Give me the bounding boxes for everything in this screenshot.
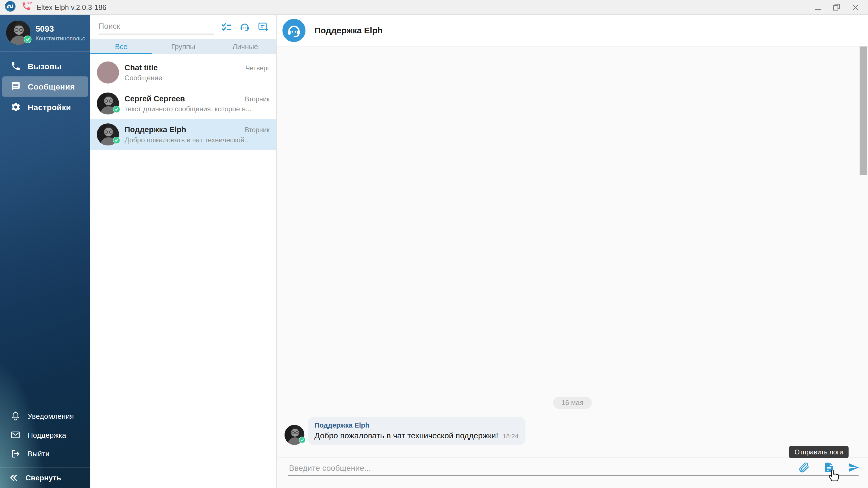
menu-item-label: Сообщения (28, 82, 75, 91)
date-separator: 16 мая (553, 397, 592, 409)
gear-icon (10, 102, 21, 113)
profile-avatar (6, 20, 31, 44)
chat-last-message: текст длинного сообщения, которое н... (125, 105, 270, 113)
online-badge-icon (113, 136, 120, 146)
elph-logo-icon (4, 0, 16, 14)
message-time: 18:24 (503, 433, 519, 440)
chat-list-panel: ВсеГруппыЛичные Chat titleЧетвергСообщен… (90, 15, 277, 488)
menu-item-label: Уведомления (28, 412, 74, 420)
conversation-panel: Поддержка Elph 16 мая Поддержка ElphДобр… (277, 15, 868, 488)
chat-last-message: Сообщение (125, 74, 270, 82)
message-sender-avatar (284, 425, 305, 445)
profile-block[interactable]: 5093 Константинопольск... (0, 15, 90, 52)
chat-list-item[interactable]: Сергей СергеевВторниктекст длинного сооб… (90, 88, 276, 119)
message-text: Добро пожаловать в чат технической подде… (314, 431, 498, 440)
attach-icon[interactable] (798, 461, 810, 473)
chat-title: Поддержка Elph (125, 125, 241, 134)
sidebar-item-Выйти[interactable]: Выйти (2, 444, 88, 463)
composer-underline (288, 475, 859, 476)
chat-list-item[interactable]: Поддержка ElphВторникДобро пожаловать в … (90, 119, 276, 150)
online-badge-icon (113, 105, 120, 115)
chat-filter-tabs: ВсеГруппыЛичные (90, 39, 276, 54)
message-area: 16 мая Поддержка ElphДобро пожаловать в … (277, 46, 868, 457)
checklist-icon[interactable] (221, 21, 232, 32)
app-window: SIP Eltex Elph v.2.0.3-186 (0, 0, 868, 488)
titlebar: SIP Eltex Elph v.2.0.3-186 (0, 0, 868, 15)
menu-item-label: Вызовы (28, 62, 62, 70)
minimize-button[interactable] (813, 2, 823, 12)
tab-Все[interactable]: Все (90, 39, 152, 54)
active-tab-indicator (90, 53, 152, 54)
online-badge-icon (24, 35, 31, 45)
profile-name: 5093 (35, 24, 85, 34)
new-chat-icon[interactable] (257, 21, 269, 32)
window-title: Eltex Elph v.2.0.3-186 (36, 3, 813, 11)
message-input[interactable] (288, 463, 777, 473)
scrollbar-thumb[interactable] (860, 46, 867, 175)
send-logs-icon[interactable] (823, 461, 835, 473)
sidebar: 5093 Константинопольск... ВызовыСообщени… (0, 15, 90, 488)
chat-time: Вторник (245, 95, 270, 103)
message-sender: Поддержка Elph (314, 422, 519, 429)
message-bubble: Поддержка ElphДобро пожаловать в чат тех… (308, 417, 525, 445)
chat-time: Четверг (245, 64, 270, 72)
message-row: Поддержка ElphДобро пожаловать в чат тех… (277, 417, 868, 457)
tab-Группы[interactable]: Группы (152, 39, 214, 54)
phone-icon (10, 61, 21, 72)
composer: Отправить логи (277, 457, 868, 488)
conversation-title: Поддержка Elph (314, 25, 382, 35)
sidebar-item-Вызовы[interactable]: Вызовы (2, 56, 88, 76)
collapse-label: Свернуть (25, 474, 61, 482)
collapse-chevrons-icon (8, 472, 19, 483)
maximize-button[interactable] (832, 2, 841, 12)
menu-item-label: Выйти (28, 450, 50, 458)
chat-avatar (97, 92, 119, 115)
message-icon (10, 81, 21, 92)
bell-icon (10, 411, 21, 422)
chat-avatar (97, 123, 119, 145)
close-button[interactable] (850, 2, 860, 12)
chat-title: Chat title (125, 63, 241, 72)
chat-last-message: Добро пожаловать в чат технической... (125, 136, 270, 144)
sip-phone-icon: SIP (20, 0, 32, 14)
sidebar-item-Настройки[interactable]: Настройки (2, 97, 88, 117)
sidebar-item-Поддержка[interactable]: Поддержка (2, 426, 88, 445)
sidebar-collapse-button[interactable]: Свернуть (0, 468, 90, 488)
search-input[interactable] (99, 20, 214, 34)
logout-icon (10, 448, 21, 459)
headset-icon[interactable] (239, 21, 250, 32)
conversation-header: Поддержка Elph (277, 15, 868, 46)
chat-title: Сергей Сергеев (125, 94, 241, 103)
tab-Личные[interactable]: Личные (214, 39, 276, 54)
sidebar-item-Уведомления[interactable]: Уведомления (2, 407, 88, 426)
send-icon[interactable] (848, 461, 860, 473)
online-badge-icon (299, 435, 306, 445)
chat-list: Chat titleЧетвергСообщениеСергей Сергеев… (90, 54, 276, 488)
menu-item-label: Поддержка (28, 431, 66, 439)
profile-subtitle: Константинопольск... (35, 35, 85, 41)
support-avatar-icon (282, 19, 305, 42)
menu-item-label: Настройки (28, 102, 71, 111)
tooltip: Отправить логи (789, 446, 848, 458)
sidebar-item-Сообщения[interactable]: Сообщения (2, 76, 88, 97)
chat-time: Вторник (245, 126, 270, 134)
chat-avatar (97, 61, 119, 83)
chat-list-item[interactable]: Chat titleЧетвергСообщение (90, 57, 276, 88)
mail-icon (10, 429, 21, 440)
svg-text:SIP: SIP (27, 1, 32, 4)
